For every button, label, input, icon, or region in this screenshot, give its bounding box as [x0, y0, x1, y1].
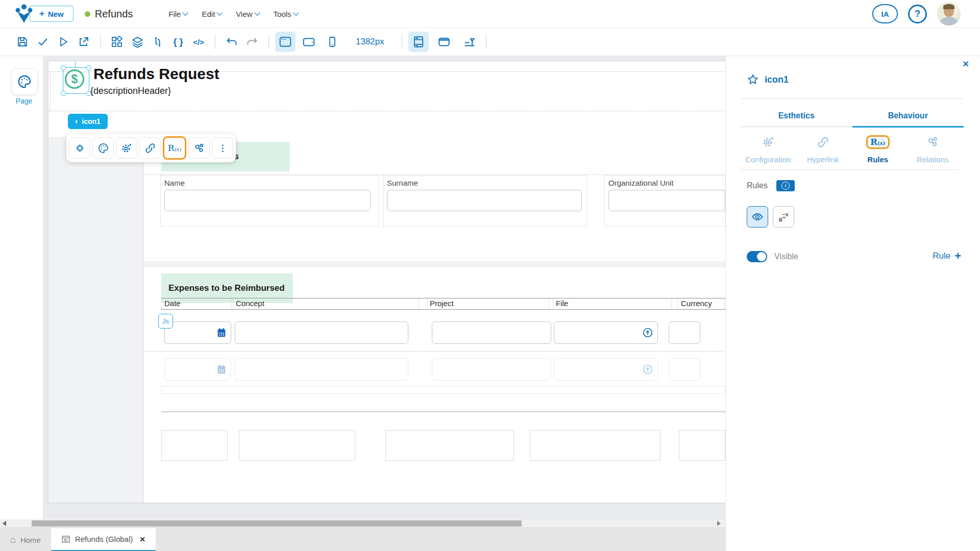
properties-panel: ✕ icon1 Esthetics Behaviour Configuratio…	[725, 55, 980, 551]
empty-cell[interactable]	[161, 430, 228, 461]
phone-preview-icon[interactable]	[322, 32, 342, 52]
validate-icon[interactable]	[33, 32, 53, 52]
relations-icon[interactable]	[188, 137, 210, 159]
layers-icon[interactable]	[127, 32, 148, 52]
subtab-hyperlink[interactable]: Hyperlink	[796, 133, 851, 164]
project-cell-input[interactable]	[432, 321, 551, 344]
project-cell-input[interactable]	[432, 358, 551, 381]
close-tab-icon[interactable]: ✕	[139, 535, 145, 543]
export-icon[interactable]	[74, 32, 94, 52]
menu-tools[interactable]: Tools	[274, 10, 298, 18]
rules-rx-icon[interactable]: R(x)	[163, 136, 186, 160]
tab-home[interactable]: ⌂ Home	[0, 528, 51, 551]
file-cell-input[interactable]	[554, 321, 658, 344]
calendar-icon[interactable]	[216, 327, 227, 338]
braces-icon[interactable]: { }	[168, 32, 188, 52]
tablet-preview-icon[interactable]	[299, 32, 319, 52]
selected-element-chip-label: icon1	[82, 117, 101, 126]
empty-cell[interactable]	[239, 430, 355, 461]
col-header-project[interactable]: Project	[427, 298, 549, 309]
js-rule-badge[interactable]: Js	[158, 314, 173, 329]
add-rule-label: Rule	[933, 251, 950, 261]
calendar-icon	[216, 364, 227, 375]
menu-view[interactable]: View	[236, 10, 259, 18]
rename-rule-button[interactable]: −xa″	[773, 206, 794, 228]
empty-cell[interactable]	[385, 430, 514, 461]
file-cell-input[interactable]	[554, 358, 658, 381]
dotted-guide	[143, 174, 725, 175]
design-canvas[interactable]: $ Refunds Request {descriptionHeader} ‹ …	[43, 55, 725, 519]
star-icon[interactable]	[747, 73, 759, 86]
configuration-gear-icon	[762, 133, 775, 151]
subtab-configuration[interactable]: Configuration	[741, 133, 796, 164]
save-icon[interactable]	[12, 32, 33, 52]
subtab-rules[interactable]: R(x) Rules	[850, 133, 905, 164]
move-icon[interactable]	[69, 137, 90, 159]
connectors-icon[interactable]	[148, 32, 168, 52]
info-badge[interactable]: i	[776, 180, 795, 191]
selected-element-chip[interactable]: ‹ icon1	[68, 114, 108, 129]
more-options-icon[interactable]: ⋮	[212, 137, 233, 159]
tab-esthetics[interactable]: Esthetics	[741, 104, 852, 128]
surname-field-input[interactable]	[387, 190, 582, 211]
date-cell-input[interactable]	[164, 321, 231, 344]
upload-icon[interactable]	[642, 327, 653, 338]
layout-panels-icon[interactable]	[408, 32, 429, 52]
help-button[interactable]: ?	[908, 5, 927, 23]
ia-assistant-button[interactable]: IA	[872, 4, 898, 23]
scrollbar-thumb[interactable]	[32, 520, 522, 527]
window-icon[interactable]	[434, 32, 454, 52]
header-icon-selection[interactable]: $	[63, 67, 89, 94]
app-title-text: Refunds	[95, 8, 133, 20]
bottom-tab-bar: ⌂ Home Refunds (Global) ✕	[0, 528, 725, 551]
user-avatar[interactable]	[937, 2, 961, 26]
source-code-icon[interactable]: </>	[188, 32, 209, 52]
visible-toggle-label: Visible	[774, 252, 798, 261]
hyperlink-icon[interactable]	[139, 137, 161, 159]
theme-palette-icon[interactable]	[92, 137, 114, 159]
app-logo[interactable]	[13, 3, 35, 24]
name-field-input[interactable]	[164, 190, 371, 211]
rename-icon: −xa″	[778, 212, 789, 222]
empty-cell[interactable]	[679, 430, 725, 461]
desktop-preview-icon[interactable]	[275, 32, 296, 52]
menu-file[interactable]: File	[168, 10, 187, 18]
col-header-date[interactable]: Date	[161, 298, 232, 309]
rx-x: (x)	[877, 140, 885, 146]
scroll-left-icon[interactable]	[3, 521, 6, 526]
currency-cell-input[interactable]	[669, 321, 700, 344]
add-rule-link[interactable]: Rule +	[933, 249, 961, 263]
col-header-file[interactable]: File	[553, 298, 672, 309]
undo-icon[interactable]	[222, 32, 242, 52]
page-palette-button[interactable]	[11, 68, 38, 95]
dollar-circle-icon[interactable]: $	[65, 69, 84, 89]
tab-refunds-global[interactable]: Refunds (Global) ✕	[51, 528, 156, 551]
concept-cell-input[interactable]	[235, 321, 408, 344]
redo-icon[interactable]	[242, 32, 262, 52]
visible-rule-button[interactable]	[747, 206, 768, 228]
tab-behaviour[interactable]: Behaviour	[852, 104, 964, 128]
visible-toggle[interactable]	[747, 251, 767, 262]
settings-gear-icon[interactable]	[116, 137, 137, 159]
close-panel-icon[interactable]: ✕	[963, 59, 969, 69]
panel-subtabs: Configuration Hyperlink R(x) Rules Relat…	[741, 133, 960, 164]
concept-cell-input[interactable]	[235, 358, 408, 381]
currency-cell-input[interactable]	[669, 358, 700, 381]
run-icon[interactable]	[53, 32, 74, 52]
empty-cell[interactable]	[530, 430, 660, 461]
horizontal-scrollbar[interactable]	[0, 519, 725, 528]
col-header-concept[interactable]: Concept	[233, 298, 419, 309]
components-icon[interactable]	[107, 32, 127, 52]
app-title: Refunds	[85, 8, 133, 20]
scroll-right-icon[interactable]	[717, 521, 721, 526]
form-title[interactable]: Refunds Request	[93, 65, 219, 83]
date-cell-input[interactable]	[164, 358, 231, 381]
distribute-icon[interactable]	[459, 32, 480, 52]
menu-edit[interactable]: Edit	[202, 10, 222, 18]
col-header-currency[interactable]: Currency	[678, 298, 725, 309]
new-button[interactable]: + New	[30, 6, 74, 22]
subtab-relations[interactable]: Relations	[905, 133, 961, 164]
orgunit-field-input[interactable]	[608, 190, 725, 211]
viewport-width-value: 1382px	[356, 37, 384, 47]
form-subtitle[interactable]: {descriptionHeader}	[90, 86, 171, 96]
